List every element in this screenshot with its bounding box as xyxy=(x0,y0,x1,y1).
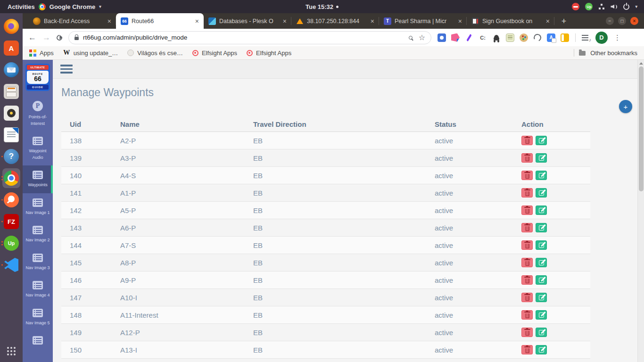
dock-item-archive-manager[interactable] xyxy=(1,81,22,102)
row-delete-button[interactable] xyxy=(521,345,533,354)
row-edit-button[interactable] xyxy=(536,206,547,215)
bookmark-elfsight-apps[interactable]: Elfsight Apps xyxy=(192,49,237,57)
browser-menu-icon[interactable]: ⋮ xyxy=(614,33,621,42)
dock-item-show-applications[interactable] xyxy=(1,340,22,362)
tab-close-icon[interactable]: × xyxy=(194,17,200,25)
dock-item-upwork[interactable]: Up xyxy=(1,232,22,254)
maximize-button[interactable]: □ xyxy=(618,17,626,25)
hamburger-menu-icon[interactable] xyxy=(60,65,73,74)
dock-item-thunderbird[interactable] xyxy=(1,59,22,81)
row-edit-button[interactable] xyxy=(536,258,547,267)
dock-item-help[interactable]: ? xyxy=(1,146,22,167)
bookmark-star-icon[interactable]: ☆ xyxy=(419,34,425,41)
colorzilla-icon[interactable]: C: xyxy=(479,33,487,42)
minimize-button[interactable]: − xyxy=(606,17,614,25)
tab-close-icon[interactable]: × xyxy=(107,17,112,25)
sidebar-item-item[interactable] xyxy=(23,331,53,349)
reload-button[interactable] xyxy=(56,33,64,41)
sidebar-item-waypoint-audio[interactable]: Waypoint Audio xyxy=(23,132,53,165)
row-edit-button[interactable] xyxy=(536,293,547,302)
other-bookmarks[interactable]: Other bookmarks xyxy=(574,49,637,57)
row-edit-button[interactable] xyxy=(536,345,547,354)
scrollbar[interactable] xyxy=(637,60,644,362)
dock-item-firefox[interactable] xyxy=(1,16,22,37)
bookmark-apps[interactable]: Apps xyxy=(29,49,54,57)
screen-share-icon[interactable] xyxy=(438,33,446,42)
forward-button[interactable]: → xyxy=(42,33,50,41)
dock-item-libreoffice-writer[interactable] xyxy=(1,124,22,146)
row-edit-button[interactable] xyxy=(536,188,547,197)
sidebar-item-nav-image-5[interactable]: Nav Image 5 xyxy=(23,304,53,331)
bookmark-vil-gos-s-cse[interactable]: Világos és cse… xyxy=(127,49,183,57)
sidebar-panel-icon[interactable] xyxy=(561,33,569,42)
dock-item-rhythmbox[interactable] xyxy=(1,102,22,124)
zoom-icon[interactable] xyxy=(409,36,413,40)
row-delete-button[interactable] xyxy=(521,310,533,320)
profile-avatar[interactable]: D xyxy=(595,32,608,44)
upwork-tray-icon[interactable]: Up xyxy=(585,3,593,10)
row-edit-button[interactable] xyxy=(536,275,547,285)
dock-item-filezilla[interactable]: FZ xyxy=(1,211,22,232)
row-edit-button[interactable] xyxy=(536,328,547,337)
palette-icon[interactable] xyxy=(520,33,528,42)
tab-close-icon[interactable]: × xyxy=(282,17,288,25)
scrollbar-thumb[interactable] xyxy=(639,66,644,191)
translate-icon[interactable]: A xyxy=(547,33,555,42)
recycle-icon[interactable] xyxy=(533,33,542,42)
row-delete-button[interactable] xyxy=(521,171,533,180)
power-icon[interactable] xyxy=(623,4,629,10)
feather-icon[interactable] xyxy=(465,33,473,42)
bookmark-elfsight-apps[interactable]: Elfsight Apps xyxy=(247,49,291,57)
new-tab-button[interactable]: + xyxy=(557,15,570,28)
bug-icon[interactable] xyxy=(492,33,501,42)
dock-item-ubuntu-software[interactable]: A xyxy=(1,37,22,59)
do-not-disturb-icon[interactable] xyxy=(572,3,579,10)
add-waypoint-button[interactable]: + xyxy=(619,100,632,113)
row-delete-button[interactable] xyxy=(521,258,533,267)
back-button[interactable]: ← xyxy=(28,33,36,41)
row-edit-button[interactable] xyxy=(536,240,547,250)
tab-sign-guestbook-on[interactable]: Sign Guestbook on× xyxy=(467,13,554,29)
tab-databases-plesk-o[interactable]: Databases - Plesk O× xyxy=(204,13,291,29)
tab-close-icon[interactable]: × xyxy=(457,17,463,25)
sidebar-item-waypoints[interactable]: Waypoints xyxy=(23,165,53,193)
close-button[interactable]: × xyxy=(630,17,638,25)
url-text[interactable]: rt66ug.com/admin/public/drive_mode xyxy=(83,34,405,41)
dock-item-vscode[interactable] xyxy=(1,254,22,276)
sidebar-item-nav-image-2[interactable]: Nav Image 2 xyxy=(23,221,53,248)
row-edit-button[interactable] xyxy=(536,153,547,163)
row-edit-button[interactable] xyxy=(536,171,547,180)
row-edit-button[interactable] xyxy=(536,310,547,320)
tab-route66[interactable]: 66Route66× xyxy=(116,13,204,29)
notes-icon[interactable] xyxy=(506,33,514,42)
row-edit-button[interactable] xyxy=(536,136,547,145)
dock-item-google-chrome[interactable] xyxy=(1,167,22,189)
row-delete-button[interactable] xyxy=(521,293,533,302)
address-bar[interactable]: rt66ug.com/admin/public/drive_mode ☆ xyxy=(68,31,431,44)
sidebar-item-points-of-interest[interactable]: PPoints-of-Interest xyxy=(23,96,53,132)
dock-item-postman[interactable] xyxy=(1,189,22,211)
row-delete-button[interactable] xyxy=(521,153,533,163)
bookmark-using-update[interactable]: Wusing update_… xyxy=(63,49,118,57)
tab-back-end-access[interactable]: Back-End Access× xyxy=(28,13,116,29)
row-delete-button[interactable] xyxy=(521,240,533,250)
network-icon[interactable] xyxy=(598,4,605,10)
sidebar-item-nav-image-3[interactable]: Nav Image 3 xyxy=(23,248,53,276)
row-delete-button[interactable] xyxy=(521,206,533,215)
row-edit-button[interactable] xyxy=(536,223,547,232)
media-controls-icon[interactable] xyxy=(582,34,589,41)
clock[interactable]: Tue 15:32 xyxy=(305,3,339,10)
tab-close-icon[interactable]: × xyxy=(370,17,375,25)
volume-icon[interactable] xyxy=(611,4,618,10)
app-menu-button[interactable]: Google Chrome xyxy=(50,3,96,10)
system-menu-caret-icon[interactable]: ▾ xyxy=(635,4,637,9)
pink-extension-icon[interactable]: 1 xyxy=(451,33,460,42)
sidebar-item-nav-image-1[interactable]: Nav Image 1 xyxy=(23,193,53,221)
row-delete-button[interactable] xyxy=(521,328,533,337)
tab-close-icon[interactable]: × xyxy=(545,17,551,25)
scroll-up-arrow-icon[interactable] xyxy=(639,62,643,65)
tab-38-107-250-128-844[interactable]: 38.107.250.128:844× xyxy=(291,13,379,29)
activities-button[interactable]: Activities xyxy=(8,3,35,10)
tab-pearl-sharma-micr[interactable]: TPearl Sharma | Micr× xyxy=(379,13,467,29)
row-delete-button[interactable] xyxy=(521,223,533,232)
